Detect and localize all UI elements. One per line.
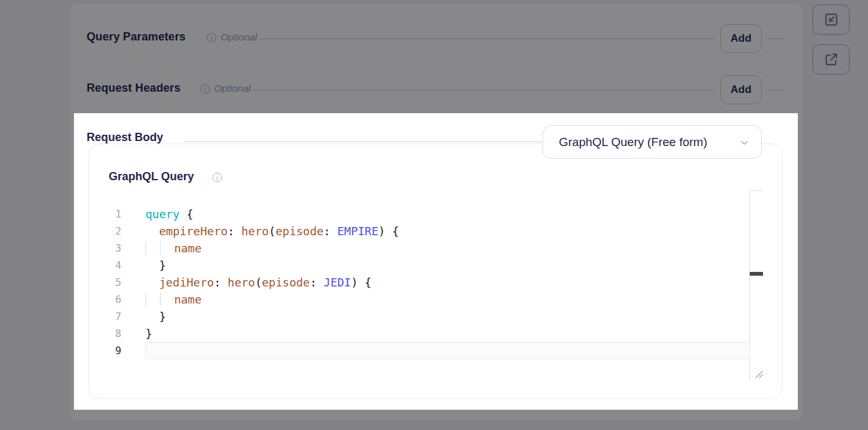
code-line[interactable]: 7 } xyxy=(101,308,750,325)
line-number: 4 xyxy=(101,257,121,274)
code-line-content[interactable]: } xyxy=(145,308,750,325)
code-line[interactable]: 4 } xyxy=(101,257,750,274)
code-line[interactable]: 8} xyxy=(101,325,750,342)
code-editor[interactable]: 1query {2 empireHero: hero(episode: EMPI… xyxy=(101,206,750,359)
code-line[interactable]: 9 xyxy=(101,342,750,359)
line-number: 1 xyxy=(101,206,121,223)
code-line[interactable]: 2 empireHero: hero(episode: EMPIRE) { xyxy=(101,223,750,240)
line-number: 6 xyxy=(101,291,121,308)
line-number: 7 xyxy=(101,308,121,325)
code-line-content[interactable]: name xyxy=(145,240,750,257)
code-line[interactable]: 5 jediHero: hero(episode: JEDI) { xyxy=(101,274,750,291)
request-body-title: Request Body xyxy=(87,131,163,144)
chevron-down-icon xyxy=(739,137,750,150)
body-type-select[interactable]: GraphQL Query (Free form) xyxy=(542,125,762,159)
code-line-content[interactable]: } xyxy=(145,257,750,274)
code-line-content[interactable] xyxy=(145,342,750,359)
code-line-content[interactable]: name xyxy=(145,291,750,308)
code-line[interactable]: 3 name xyxy=(101,240,750,257)
request-body-panel: Request Body GraphQL Query (Free form) G… xyxy=(74,113,798,410)
divider xyxy=(184,141,542,142)
line-number: 9 xyxy=(101,342,121,359)
code-line[interactable]: 1query { xyxy=(101,206,750,223)
code-line-content[interactable]: empireHero: hero(episode: EMPIRE) { xyxy=(145,223,750,240)
line-number: 5 xyxy=(101,274,121,291)
code-line[interactable]: 6 name xyxy=(101,291,750,308)
line-number: 8 xyxy=(101,325,121,342)
code-line-content[interactable]: query { xyxy=(145,206,750,223)
code-line-content[interactable]: jediHero: hero(episode: JEDI) { xyxy=(145,274,750,291)
body-type-selected-value: GraphQL Query (Free form) xyxy=(559,135,707,149)
line-number: 3 xyxy=(101,240,121,257)
code-line-content[interactable]: } xyxy=(145,325,750,342)
line-number: 2 xyxy=(101,223,121,240)
